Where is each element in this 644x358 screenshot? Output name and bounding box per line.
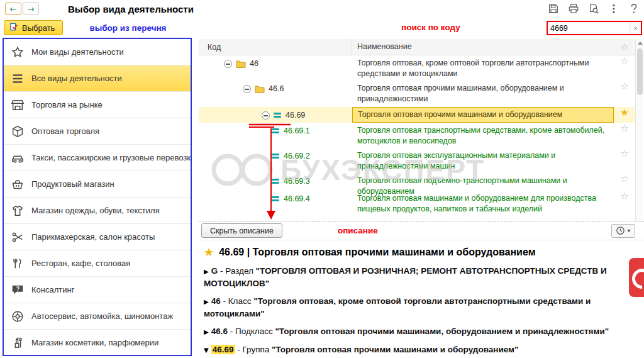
sidebar-item-label: Ресторан, кафе, столовая [31, 259, 130, 268]
star-outline-icon: ☆ [620, 42, 628, 53]
tree-row-46-69-selected[interactable]: 46.69 Торговля оптовая прочими машинами … [199, 107, 635, 123]
collapse-icon[interactable] [243, 85, 251, 93]
tree-row-46-69-1[interactable]: 46.69.1 Торговля оптовая транспортными с… [199, 123, 635, 148]
sidebar-item-label: Парикмахерская, салон красоты [31, 232, 155, 242]
column-header-code[interactable]: Код [199, 39, 352, 55]
expand-arrow-icon[interactable]: ▶ [204, 268, 209, 275]
tree-row-46-69-2[interactable]: 46.69.2 Торговля оптовая эксплуатационны… [199, 148, 635, 173]
star-outline-icon: ☆ [620, 123, 628, 134]
print-icon[interactable] [567, 3, 580, 15]
scissors-icon [10, 230, 25, 245]
expand-arrow-icon[interactable]: ▶ [204, 298, 209, 305]
hierarchy-line-section[interactable]: ▶G - Раздел "ТОРГОВЛЯ ОПТОВАЯ И РОЗНИЧНА… [204, 265, 624, 289]
annotation-list-label: выбор из перечня [89, 23, 166, 33]
sidebar-item-taxi-transport[interactable]: Такси, пассажирские и грузовые перевозки [4, 145, 191, 171]
annotation-description-label: описание [338, 226, 378, 235]
row-name: Торговля оптовая, кроме оптовой торговли… [357, 59, 589, 78]
element-icon [272, 128, 280, 135]
clear-search-button[interactable]: × [630, 22, 641, 34]
site-logo [629, 258, 644, 297]
search-input[interactable] [548, 22, 630, 34]
market-stall-icon [10, 98, 25, 113]
wheel-icon [10, 309, 25, 324]
title-bar: ← → Выбор вида деятельности [0, 0, 644, 18]
more-icon[interactable] [608, 3, 620, 15]
box-icon [10, 124, 25, 139]
sidebar-item-auto-service[interactable]: Автосервис, автомойка, шиномонтаж [4, 303, 191, 330]
help-icon[interactable] [628, 3, 640, 15]
sidebar-item-label: Магазин косметики, парфюмерии [31, 338, 158, 347]
expand-arrow-icon[interactable]: ▶ [204, 328, 209, 335]
sidebar-item-consulting[interactable]: Консалтинг [4, 277, 191, 303]
collapse-arrow-icon[interactable]: ▼ [204, 347, 209, 354]
hierarchy-line-group[interactable]: ▼46.69 - Группа "Торговля оптовая прочим… [204, 344, 624, 356]
element-icon [272, 196, 280, 203]
scroll-up-icon[interactable] [636, 39, 644, 47]
element-icon [272, 154, 280, 160]
hierarchy-line-class[interactable]: ▶46 - Класс "Торговля оптовая, кроме опт… [204, 295, 624, 320]
favorite-toggle[interactable]: ☆ [614, 173, 635, 191]
table-scrollbar[interactable] [635, 39, 643, 221]
description-toolbar: Скрыть описание описание [199, 221, 644, 240]
sidebar-item-label: Консалтинг [31, 285, 74, 294]
save-icon[interactable] [547, 3, 560, 15]
scrollbar-thumb[interactable] [637, 48, 643, 95]
tree-row-46[interactable]: 46 Торговля оптовая, кроме оптовой торго… [199, 55, 635, 81]
sidebar-item-wholesale[interactable]: Оптовая торговля [4, 118, 191, 145]
history-clock-icon [616, 226, 625, 235]
star-outline-icon: ☆ [620, 81, 628, 92]
activity-tree-table: Код Наименование ☆ 46 Торговля оптовая, … [199, 39, 635, 216]
sidebar-item-my-activities[interactable]: Мои виды деятельности [4, 39, 191, 65]
forward-button[interactable]: → [23, 3, 39, 15]
sidebar-item-clothing-store[interactable]: Магазин одежды, обуви, текстиля [4, 198, 191, 224]
history-button[interactable] [611, 224, 635, 238]
page-title: Выбор вида деятельности [68, 4, 194, 14]
sidebar-item-grocery[interactable]: Продуктовый магазин [4, 171, 191, 198]
star-outline-icon: ☆ [620, 191, 628, 202]
sidebar-item-restaurant[interactable]: Ресторан, кафе, столовая [4, 250, 191, 277]
favorite-toggle[interactable]: ☆ [614, 191, 635, 216]
favorite-toggle[interactable]: ☆ [614, 55, 635, 81]
sidebar-item-beauty-salon[interactable]: Парикмахерская, салон красоты [4, 224, 191, 250]
cutlery-icon [10, 256, 25, 271]
sidebar-item-market-trade[interactable]: Торговля на рынке [4, 92, 191, 118]
sidebar-item-label: Магазин одежды, обуви, текстиля [31, 206, 160, 215]
sidebar-item-label: Все виды деятельности [31, 74, 122, 83]
favorite-toggle[interactable]: ☆ [614, 148, 635, 173]
sidebar-item-cosmetics-store[interactable]: Магазин косметики, парфюмерии [4, 330, 191, 356]
row-name: Торговля оптовая машинами и оборудование… [357, 194, 596, 213]
favorite-star-icon: ★ [204, 245, 214, 259]
favorite-toggle[interactable]: ☆ [614, 123, 635, 148]
cosmetics-icon [10, 335, 25, 350]
folder-icon [255, 85, 265, 95]
tree-row-46-69-3[interactable]: 46.69.3 Торговля оптовая подъемно-трансп… [199, 173, 635, 191]
favorite-toggle[interactable]: ★ [614, 107, 635, 123]
search-box: × [547, 21, 642, 35]
hide-description-button[interactable]: Скрыть описание [201, 223, 282, 238]
column-header-name[interactable]: Наименование [352, 42, 614, 52]
sidebar-item-all-activities[interactable]: Все виды деятельности [4, 65, 191, 92]
hierarchy-line-subclass[interactable]: ▶46.6 - Подкласс "Торговля оптовая прочи… [204, 325, 624, 338]
folder-icon [236, 60, 246, 70]
column-header-favorite[interactable]: ☆ [614, 42, 635, 53]
favorite-toggle[interactable]: ☆ [614, 81, 635, 107]
tree-row-46-6[interactable]: 46.6 Торговля оптовая прочими машинами, … [199, 81, 635, 107]
back-button[interactable]: ← [5, 3, 21, 15]
star-outline-icon: ☆ [620, 148, 628, 159]
select-button[interactable]: Выбрать [4, 20, 63, 35]
star-outline-icon: ☆ [620, 55, 628, 67]
basket-icon [10, 177, 25, 192]
sidebar-item-label: Мои виды деятельности [31, 47, 124, 57]
search-document-icon[interactable] [587, 3, 600, 15]
description-title-row: ★ 46.69 | Торговля оптовая прочими машин… [204, 245, 636, 259]
sidebar-item-label: Оптовая торговля [31, 126, 99, 136]
collapse-icon[interactable] [224, 60, 232, 68]
chat-icon [10, 282, 25, 298]
chevron-down-icon [627, 230, 631, 232]
description-title: 46.69 | Торговля оптовая прочими машинам… [219, 247, 535, 258]
sidebar-item-label: Продуктовый магазин [31, 179, 114, 189]
tree-row-46-69-4[interactable]: 46.69.4 Торговля оптовая машинами и обор… [199, 191, 635, 216]
star-outline-icon: ☆ [620, 173, 628, 184]
row-name: Торговля оптовая прочими машинами и обор… [358, 110, 562, 119]
collapse-icon[interactable] [262, 111, 270, 120]
